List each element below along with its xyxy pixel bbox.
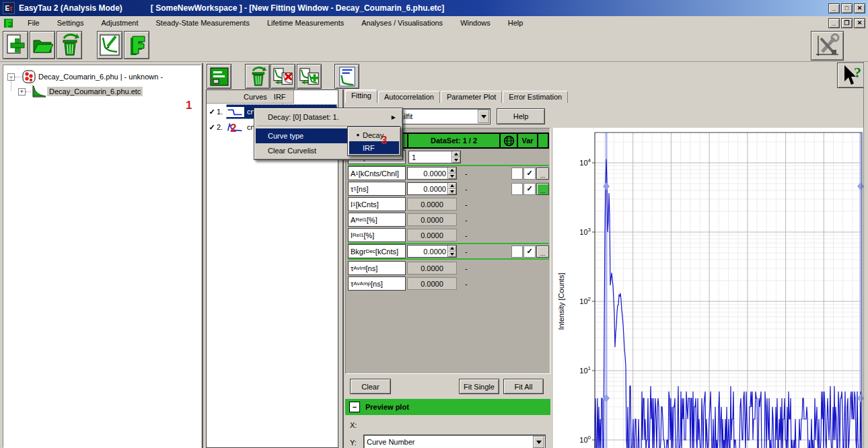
panel-divider[interactable] <box>202 63 203 448</box>
child-minimize-button[interactable]: _ <box>828 18 840 28</box>
menu-file[interactable]: File <box>19 17 48 29</box>
add-curve-to-list-button[interactable] <box>297 64 322 89</box>
param-subscript: Rel1 <box>355 217 366 223</box>
new-workspace-button[interactable] <box>3 31 28 59</box>
param-value: 0.0000 <box>423 170 446 178</box>
var-checkbox[interactable]: ✓ <box>523 167 536 180</box>
tab-error-estimation[interactable]: Error Estimation <box>503 91 568 103</box>
fit-single-button[interactable]: Fit Single <box>459 379 499 394</box>
context-menu-item-label: Clear Curvelist <box>268 147 316 155</box>
param-value-input[interactable]: 0.0000 <box>407 245 457 258</box>
spin-down-icon <box>450 253 454 256</box>
param-value: 0.0000 <box>423 185 446 193</box>
window-right-edge <box>863 62 868 448</box>
tab-fitting[interactable]: Fitting <box>345 89 377 103</box>
help-button[interactable]: Help <box>497 108 545 124</box>
param-value-input[interactable]: 0.0000 <box>407 167 457 180</box>
tab-autocorrelation[interactable]: Autocorrelation <box>378 91 440 103</box>
spin-down-button[interactable] <box>448 174 456 180</box>
nexp-spin-up[interactable] <box>452 151 460 157</box>
submenu-item-irf[interactable]: IRF <box>349 141 399 154</box>
x-axis-dropdown-button[interactable] <box>533 436 544 448</box>
var-checkbox[interactable]: ✓ <box>523 246 536 258</box>
menu-lifetime-measurements[interactable]: Lifetime Measurements <box>258 17 353 29</box>
save-report-button[interactable] <box>207 64 231 89</box>
value-spinner[interactable] <box>447 167 456 179</box>
step-annotation-2: 2 <box>230 122 236 135</box>
menu-help[interactable]: Help <box>499 17 532 29</box>
curve-list-header: Curves IRF <box>207 90 294 104</box>
document-title: [ SomeNewWorkspace ] - [New Fitting Wind… <box>151 3 444 13</box>
fitting-window-button[interactable] <box>124 31 149 59</box>
fit-all-button[interactable]: Fit All <box>503 379 544 394</box>
tab-parameter-plot[interactable]: Parameter Plot <box>441 91 502 103</box>
spin-down-button[interactable] <box>448 189 456 195</box>
spin-up-button[interactable] <box>448 167 456 174</box>
var-blank-cell[interactable] <box>511 183 523 195</box>
maximize-button[interactable]: □ <box>841 3 853 13</box>
var-column-header: Var <box>518 134 537 147</box>
tree-child-expander[interactable]: + <box>18 88 26 96</box>
spin-down-button[interactable] <box>448 252 456 258</box>
curves-column-header[interactable]: Curves <box>244 93 267 101</box>
collapse-button[interactable]: − <box>349 402 360 412</box>
curve-pen-icon <box>99 34 120 57</box>
value-spinner[interactable] <box>447 183 456 194</box>
tree-root-item[interactable]: Decay_Coumarin_6.phu | - unknown - <box>36 72 165 81</box>
dataset-header[interactable]: DataSet: 1 / 2 <box>408 134 499 147</box>
x-axis-value: Curve Number <box>364 438 415 446</box>
fit-model-dropdown-button[interactable] <box>478 110 489 123</box>
globe-icon <box>503 135 515 147</box>
param-label: A1[kCnts/Chnl] <box>348 166 406 180</box>
x-axis-select[interactable]: Curve Number <box>363 435 546 448</box>
fitting-tab-strip: FittingAutocorrelationParameter PlotErro… <box>345 89 554 103</box>
clear-button[interactable]: Clear <box>350 379 391 394</box>
more-options-button[interactable]: ... <box>536 183 549 195</box>
context-menu-item-label: Curve type <box>268 132 303 140</box>
curve-2-check-icon[interactable]: ✓ <box>207 123 217 132</box>
child-restore-button[interactable]: ❐ <box>841 18 853 28</box>
edit-curve-button[interactable] <box>97 31 122 59</box>
irf-column-header[interactable]: IRF <box>274 93 286 101</box>
spin-up-button[interactable] <box>448 246 456 252</box>
tree-connector2 <box>26 91 31 92</box>
context-help-button[interactable]: ? <box>837 63 865 88</box>
delete-workspace-button[interactable] <box>57 31 82 59</box>
delete-curve-button[interactable] <box>245 64 270 89</box>
param-label: ARel1[%] <box>348 213 406 227</box>
report-page-button[interactable] <box>334 64 359 89</box>
context-menu-item-1[interactable]: Decay: [0] Dataset: 1.▶ <box>256 110 401 124</box>
var-checkbox[interactable]: ✓ <box>523 183 536 195</box>
nexp-input[interactable]: 1 <box>408 151 461 163</box>
chevron-down-icon <box>481 115 486 118</box>
decay-plot[interactable]: 104103102101100Intensity [Counts] <box>553 128 863 448</box>
more-options-button[interactable]: ... <box>536 167 549 180</box>
menu-adjustment[interactable]: Adjustment <box>92 17 147 29</box>
param-subscript: Dec <box>366 248 375 254</box>
adjustment-tools-button[interactable] <box>811 31 844 61</box>
param-value-input[interactable]: 0.0000 <box>407 182 457 195</box>
global-cell[interactable] <box>501 134 517 147</box>
param-row-6: BkgrDec[kCnts]0.0000-✓... <box>348 243 549 260</box>
menu-settings[interactable]: Settings <box>48 17 93 29</box>
context-menu-item-label: Decay: [0] Dataset: 1. <box>268 113 339 121</box>
menu-analyses-visualisations[interactable]: Analyses / Visualisations <box>353 17 451 29</box>
nexp-spin-down[interactable] <box>452 157 460 163</box>
more-options-button[interactable]: ... <box>536 246 549 258</box>
minimize-button[interactable]: _ <box>828 3 840 13</box>
tree-child-item[interactable]: Decay_Coumarin_6.phu.etc <box>47 87 143 96</box>
var-blank-cell[interactable] <box>511 246 523 258</box>
close-button[interactable]: ✕ <box>854 3 865 13</box>
submenu-item-decay[interactable]: ●Decay <box>349 128 399 141</box>
curve-1-check-icon[interactable]: ✓ <box>207 108 217 116</box>
remove-curve-from-list-button[interactable] <box>270 64 295 89</box>
spin-up-button[interactable] <box>448 183 456 189</box>
var-blank-cell[interactable] <box>511 167 523 180</box>
open-workspace-button[interactable] <box>30 31 55 59</box>
child-close-button[interactable]: ✕ <box>854 18 865 28</box>
measurement-file-icon <box>22 69 36 84</box>
app-icon[interactable]: Eτ <box>3 2 15 14</box>
menu-steady-state-measurements[interactable]: Steady-State Measurements <box>147 17 258 29</box>
value-spinner[interactable] <box>447 246 456 257</box>
menu-windows[interactable]: Windows <box>451 17 499 29</box>
